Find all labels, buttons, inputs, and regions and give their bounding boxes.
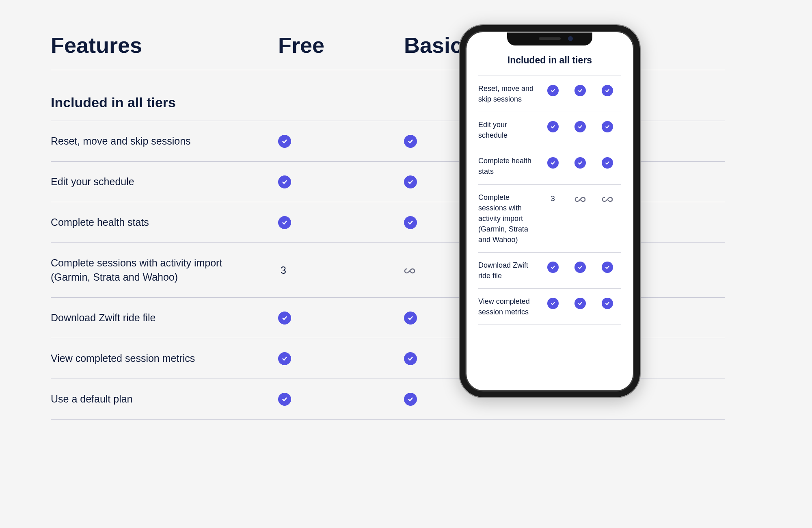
phone-mute-switch (459, 94, 459, 110)
feature-label: Complete health stats (478, 156, 539, 177)
value-group (539, 83, 621, 96)
list-item: Complete sessions with activity import (… (478, 185, 621, 253)
phone-volume-down (459, 159, 459, 188)
check-icon (574, 85, 586, 96)
feature-label: Download Zwift ride file (478, 260, 539, 281)
check-icon (602, 85, 613, 96)
check-icon (278, 352, 291, 365)
list-item: Complete health stats (478, 148, 621, 184)
value-group (539, 296, 621, 309)
phone-power-button (640, 127, 641, 165)
value-group (539, 260, 621, 273)
check-icon (278, 216, 291, 229)
feature-label: Edit your schedule (478, 119, 539, 141)
check-icon (602, 157, 613, 169)
check-icon (574, 157, 586, 169)
check-icon (602, 262, 613, 273)
value-free (278, 312, 404, 325)
value-free (278, 216, 404, 229)
feature-label: View completed session metrics (51, 351, 278, 366)
feature-label: Reset, move and skip sessions (478, 83, 539, 104)
check-icon (278, 135, 291, 148)
list-item: View completed session metrics (478, 289, 621, 325)
value-free (278, 135, 404, 148)
phone-screen: Included in all tiers Reset, move and sk… (467, 32, 633, 390)
check-icon (602, 121, 613, 132)
check-icon (574, 298, 586, 309)
feature-label: Use a default plan (51, 392, 278, 406)
check-icon (547, 85, 559, 96)
check-icon (404, 135, 417, 148)
col-header-features: Features (51, 32, 278, 58)
feature-label: View completed session metrics (478, 296, 539, 317)
value-free (278, 175, 404, 188)
check-icon (574, 262, 586, 273)
feature-label: Complete sessions with activity import (… (51, 256, 278, 284)
check-icon (278, 393, 291, 406)
phone-volume-up (459, 123, 459, 151)
infinity-icon (404, 263, 415, 277)
check-icon (547, 121, 559, 132)
check-icon (602, 298, 613, 309)
feature-label: Reset, move and skip sessions (51, 134, 278, 148)
check-icon (278, 312, 291, 325)
value-free (278, 393, 404, 406)
check-icon (404, 216, 417, 229)
check-icon (404, 175, 417, 188)
check-icon (404, 352, 417, 365)
value-number: 3 (278, 264, 286, 276)
phone-notch (507, 32, 592, 45)
value-group (539, 156, 621, 169)
feature-label: Download Zwift ride file (51, 311, 278, 325)
check-icon (278, 175, 291, 188)
section-title: Included in all tiers (51, 95, 176, 110)
list-item: Download Zwift ride file (478, 253, 621, 289)
check-icon (547, 262, 559, 273)
check-icon (404, 393, 417, 406)
list-item: Edit your schedule (478, 112, 621, 148)
check-icon (547, 157, 559, 169)
feature-label: Complete health stats (51, 215, 278, 229)
infinity-icon (574, 194, 586, 204)
check-icon (404, 312, 417, 325)
mobile-section-title: Included in all tiers (478, 55, 621, 76)
col-header-free: Free (278, 32, 404, 58)
infinity-icon (602, 194, 613, 204)
value-number: 3 (547, 195, 559, 203)
check-icon (547, 298, 559, 309)
check-icon (574, 121, 586, 132)
value-group: 3 (539, 192, 621, 204)
feature-label: Edit your schedule (51, 175, 278, 189)
feature-label: Complete sessions with activity import (… (478, 192, 539, 245)
value-free: 3 (278, 264, 404, 276)
value-group (539, 119, 621, 132)
phone-mockup: Included in all tiers Reset, move and sk… (459, 24, 641, 398)
value-free (278, 352, 404, 365)
list-item: Reset, move and skip sessions (478, 76, 621, 112)
